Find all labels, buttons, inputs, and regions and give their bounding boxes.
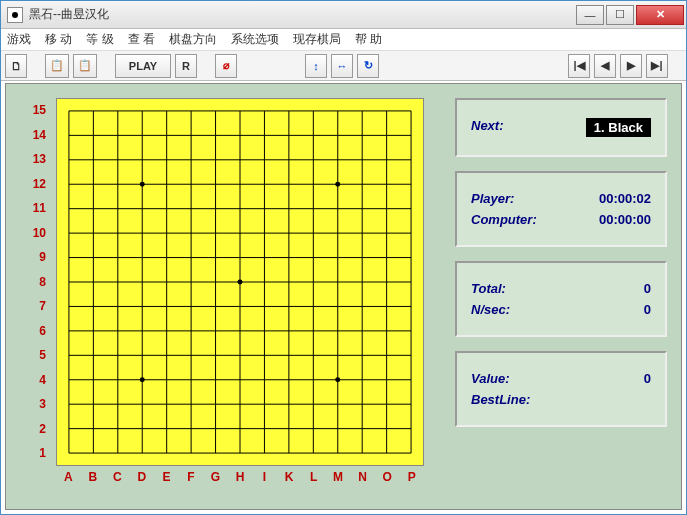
row-label: 3 xyxy=(24,392,52,417)
next-button[interactable]: ▶ xyxy=(620,54,642,78)
titlebar: 黑石--曲昱汉化 — ☐ ✕ xyxy=(1,1,686,29)
row-label: 8 xyxy=(24,270,52,295)
total-value: 0 xyxy=(644,281,651,296)
main-body: 151413121110987654321 ABCDEFGHIKLMNOP Ne… xyxy=(5,83,682,510)
row-label: 11 xyxy=(24,196,52,221)
paste-button[interactable]: 📋 xyxy=(73,54,97,78)
value-label: Value: xyxy=(471,371,510,386)
computer-label: Computer: xyxy=(471,212,537,227)
row-label: 12 xyxy=(24,172,52,197)
col-label: G xyxy=(203,470,228,484)
col-label: P xyxy=(399,470,424,484)
col-label: F xyxy=(179,470,204,484)
panel-time: Player: 00:00:02 Computer: 00:00:00 xyxy=(455,171,667,247)
row-labels: 151413121110987654321 xyxy=(24,98,52,466)
menu-view[interactable]: 查 看 xyxy=(128,31,155,48)
row-label: 14 xyxy=(24,123,52,148)
app-icon xyxy=(7,7,23,23)
col-label: M xyxy=(326,470,351,484)
menubar: 游戏 移 动 等 级 查 看 棋盘方向 系统选项 现存棋局 帮 助 xyxy=(1,29,686,51)
app-window: 黑石--曲昱汉化 — ☐ ✕ 游戏 移 动 等 级 查 看 棋盘方向 系统选项 … xyxy=(0,0,687,515)
panel-stats: Total: 0 N/sec: 0 xyxy=(455,261,667,337)
col-label: K xyxy=(277,470,302,484)
board-grid xyxy=(57,99,423,465)
maximize-button[interactable]: ☐ xyxy=(606,5,634,25)
col-label: D xyxy=(130,470,155,484)
row-label: 15 xyxy=(24,98,52,123)
computer-time: 00:00:00 xyxy=(599,212,651,227)
info-panels: Next: 1. Black Player: 00:00:02 Computer… xyxy=(455,98,667,427)
prev-button[interactable]: ◀ xyxy=(594,54,616,78)
panel-eval: Value: 0 BestLine: xyxy=(455,351,667,427)
svg-point-30 xyxy=(140,182,145,187)
svg-point-33 xyxy=(335,377,340,382)
svg-point-32 xyxy=(335,182,340,187)
next-label: Next: xyxy=(471,118,504,137)
player-time: 00:00:02 xyxy=(599,191,651,206)
menu-help[interactable]: 帮 助 xyxy=(355,31,382,48)
svg-point-34 xyxy=(238,280,243,285)
total-label: Total: xyxy=(471,281,506,296)
row-label: 9 xyxy=(24,245,52,270)
player-label: Player: xyxy=(471,191,514,206)
next-value: 1. Black xyxy=(586,118,651,137)
row-label: 6 xyxy=(24,319,52,344)
row-label: 7 xyxy=(24,294,52,319)
row-label: 4 xyxy=(24,368,52,393)
col-label: H xyxy=(228,470,253,484)
close-button[interactable]: ✕ xyxy=(636,5,684,25)
panel-next: Next: 1. Black xyxy=(455,98,667,157)
svg-point-31 xyxy=(140,377,145,382)
row-label: 2 xyxy=(24,417,52,442)
row-label: 5 xyxy=(24,343,52,368)
col-label: O xyxy=(375,470,400,484)
copy-button[interactable]: 📋 xyxy=(45,54,69,78)
nsec-value: 0 xyxy=(644,302,651,317)
row-label: 1 xyxy=(24,441,52,466)
new-button[interactable]: 🗋 xyxy=(5,54,27,78)
last-button[interactable]: ▶| xyxy=(646,54,668,78)
bestline-label: BestLine: xyxy=(471,392,530,407)
menu-sys-opts[interactable]: 系统选项 xyxy=(231,31,279,48)
vflip-button[interactable]: ↕ xyxy=(305,54,327,78)
minimize-button[interactable]: — xyxy=(576,5,604,25)
col-label: I xyxy=(252,470,277,484)
menu-game[interactable]: 游戏 xyxy=(7,31,31,48)
menu-save-board[interactable]: 现存棋局 xyxy=(293,31,341,48)
toolbar: 🗋 📋 📋 PLAY R ⌀ ↕ ↔ ↻ |◀ ◀ ▶ ▶| xyxy=(1,51,686,81)
col-label: A xyxy=(56,470,81,484)
stop-button[interactable]: ⌀ xyxy=(215,54,237,78)
col-labels: ABCDEFGHIKLMNOP xyxy=(56,470,424,484)
hflip-button[interactable]: ↔ xyxy=(331,54,353,78)
row-label: 13 xyxy=(24,147,52,172)
r-button[interactable]: R xyxy=(175,54,197,78)
col-label: N xyxy=(350,470,375,484)
first-button[interactable]: |◀ xyxy=(568,54,590,78)
window-title: 黑石--曲昱汉化 xyxy=(29,6,109,23)
row-label: 10 xyxy=(24,221,52,246)
value-value: 0 xyxy=(644,371,651,386)
col-label: E xyxy=(154,470,179,484)
game-board[interactable] xyxy=(56,98,424,466)
col-label: L xyxy=(301,470,326,484)
nsec-label: N/sec: xyxy=(471,302,510,317)
col-label: B xyxy=(81,470,106,484)
menu-move[interactable]: 移 动 xyxy=(45,31,72,48)
rotate-button[interactable]: ↻ xyxy=(357,54,379,78)
col-label: C xyxy=(105,470,130,484)
menu-level[interactable]: 等 级 xyxy=(86,31,113,48)
play-button[interactable]: PLAY xyxy=(115,54,171,78)
menu-board-dir[interactable]: 棋盘方向 xyxy=(169,31,217,48)
